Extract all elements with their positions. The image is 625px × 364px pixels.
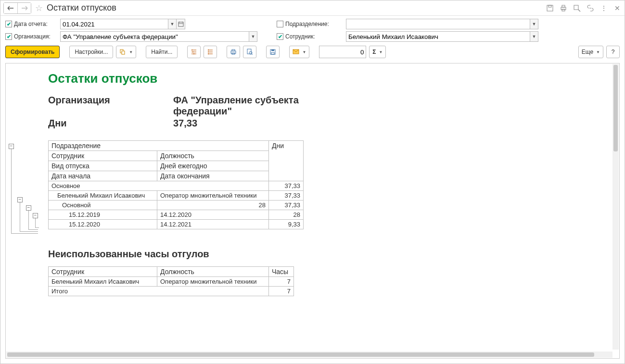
svg-rect-12 xyxy=(122,51,125,54)
number-input[interactable] xyxy=(319,46,366,58)
th2-position: Должность xyxy=(157,267,269,277)
organization-input[interactable] xyxy=(60,31,249,42)
params-panel: Дата отчета: ▼ Подразделение: ▼ Организа… xyxy=(0,16,625,43)
table-row: Беленький Михаил Исаакович Оператор множ… xyxy=(49,277,294,287)
th-days: Дни xyxy=(269,141,304,181)
tree-node[interactable]: − xyxy=(17,197,23,202)
employee-input[interactable] xyxy=(346,31,530,42)
th-days-annual: Дней ежегодно xyxy=(157,161,269,171)
svg-point-22 xyxy=(208,50,209,50)
zoom-icon[interactable] xyxy=(573,4,581,13)
collapse-groups-button[interactable] xyxy=(204,46,217,58)
report-body: Остатки отпусков Организация ФА "Управле… xyxy=(43,63,619,358)
svg-point-23 xyxy=(208,51,209,52)
th-end-date: Дата окончания xyxy=(157,171,269,181)
find-button[interactable]: Найти... xyxy=(146,46,178,58)
department-dropdown-button[interactable]: ▼ xyxy=(530,19,538,29)
table-row: Основной 28 37,33 xyxy=(49,201,304,210)
date-label: Дата отчета: xyxy=(14,21,48,27)
save-button[interactable] xyxy=(266,46,280,58)
close-icon[interactable]: ✕ xyxy=(613,4,622,13)
svg-point-16 xyxy=(191,50,192,50)
page-title: Остатки отпусков xyxy=(47,3,116,13)
date-calendar-button[interactable] xyxy=(177,19,185,29)
expand-groups-button[interactable] xyxy=(187,46,201,58)
date-checkbox[interactable] xyxy=(5,21,12,27)
table-row: Итого 7 xyxy=(49,287,294,296)
th-start-date: Дата начала xyxy=(49,171,157,181)
svg-point-24 xyxy=(208,53,209,54)
toolbar: Сформировать Настройки... ▼ Найти... ▼ Σ… xyxy=(0,43,625,63)
favorite-icon[interactable]: ☆ xyxy=(35,3,43,13)
th2-hours: Часы xyxy=(269,267,294,277)
help-button[interactable]: ? xyxy=(606,46,620,58)
forward-button[interactable] xyxy=(17,3,31,13)
svg-rect-32 xyxy=(271,50,274,51)
save-report-icon[interactable] xyxy=(546,4,554,13)
hours-table: Сотрудник Должность Часы Беленький Михаи… xyxy=(48,266,294,296)
department-checkbox[interactable] xyxy=(277,21,283,27)
email-button[interactable]: ▼ xyxy=(289,46,309,58)
th-vacation-type: Вид отпуска xyxy=(49,161,157,171)
nav-buttons xyxy=(3,2,31,14)
th-department: Подразделение xyxy=(49,141,269,151)
variants-button[interactable]: ▼ xyxy=(116,46,136,58)
more-button[interactable]: Еще▼ xyxy=(578,46,603,58)
svg-rect-3 xyxy=(562,5,565,7)
summary-org-value: ФА "Управление субъекта федерации" xyxy=(173,95,303,117)
svg-rect-26 xyxy=(232,50,235,51)
date-dropdown-button[interactable]: ▼ xyxy=(168,19,177,29)
link-icon[interactable] xyxy=(586,4,595,13)
department-label: Подразделение: xyxy=(285,21,329,27)
th2-employee: Сотрудник xyxy=(49,267,157,277)
svg-line-30 xyxy=(252,54,253,55)
svg-rect-0 xyxy=(547,5,553,11)
back-button[interactable] xyxy=(4,3,17,13)
report-area: − − − − Остатки отпусков Организация ФА … xyxy=(5,63,620,359)
summary-days-value: 37,33 xyxy=(173,118,197,129)
tree-node[interactable]: − xyxy=(26,205,31,211)
table-row: Основное 37,33 xyxy=(49,181,304,191)
tree-gutter: − − − − xyxy=(6,63,43,358)
summary-org-label: Организация xyxy=(48,95,173,117)
preview-button[interactable] xyxy=(243,46,256,58)
vacation-table: Подразделение Дни Сотрудник Должность Ви… xyxy=(48,140,304,229)
svg-rect-5 xyxy=(574,5,578,10)
more-menu-icon[interactable]: ⋮ xyxy=(599,4,608,13)
print-icon[interactable] xyxy=(559,4,568,13)
employee-label: Сотрудник: xyxy=(285,33,315,40)
table-row: 15.12.2020 14.12.2021 9,33 xyxy=(49,220,304,229)
th-employee: Сотрудник xyxy=(49,151,157,161)
organization-dropdown-button[interactable]: ▼ xyxy=(249,31,257,42)
th-position: Должность xyxy=(157,151,269,161)
svg-rect-33 xyxy=(271,52,274,54)
table-row: 15.12.2019 14.12.2020 28 xyxy=(49,210,304,220)
organization-checkbox[interactable] xyxy=(5,33,12,40)
svg-rect-7 xyxy=(179,22,183,26)
table-row: Беленький Михаил Исаакович Оператор множ… xyxy=(49,191,304,201)
department-input[interactable] xyxy=(346,19,530,29)
svg-point-18 xyxy=(193,53,194,54)
vertical-scrollbar[interactable] xyxy=(612,64,619,350)
employee-checkbox[interactable] xyxy=(277,33,283,40)
report-heading: Остатки отпусков xyxy=(48,71,614,86)
generate-button[interactable]: Сформировать xyxy=(5,46,60,58)
horizontal-scrollbar[interactable] xyxy=(6,351,612,358)
svg-rect-1 xyxy=(548,5,551,7)
svg-line-6 xyxy=(578,10,580,12)
employee-dropdown-button[interactable]: ▼ xyxy=(530,31,538,42)
date-input[interactable] xyxy=(60,19,168,29)
print-button[interactable] xyxy=(227,46,240,58)
tree-node[interactable]: − xyxy=(33,213,38,218)
svg-point-17 xyxy=(192,51,193,52)
settings-button[interactable]: Настройки... xyxy=(69,46,113,58)
titlebar: ☆ Остатки отпусков ⋮ ✕ xyxy=(0,0,625,16)
organization-label: Организация: xyxy=(14,33,51,40)
section-title-hours: Неиспользованные часы отгулов xyxy=(48,249,614,260)
sigma-button[interactable]: Σ▼ xyxy=(369,46,386,58)
summary-days-label: Дни xyxy=(48,118,173,129)
tree-node[interactable]: − xyxy=(9,144,14,149)
